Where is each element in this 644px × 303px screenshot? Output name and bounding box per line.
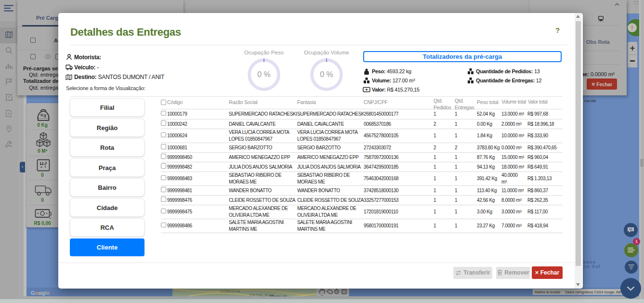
svg-text:Kg: Kg [40,113,46,118]
svg-text:0 %: 0 % [257,70,271,79]
svg-text:0 %: 0 % [320,70,333,79]
